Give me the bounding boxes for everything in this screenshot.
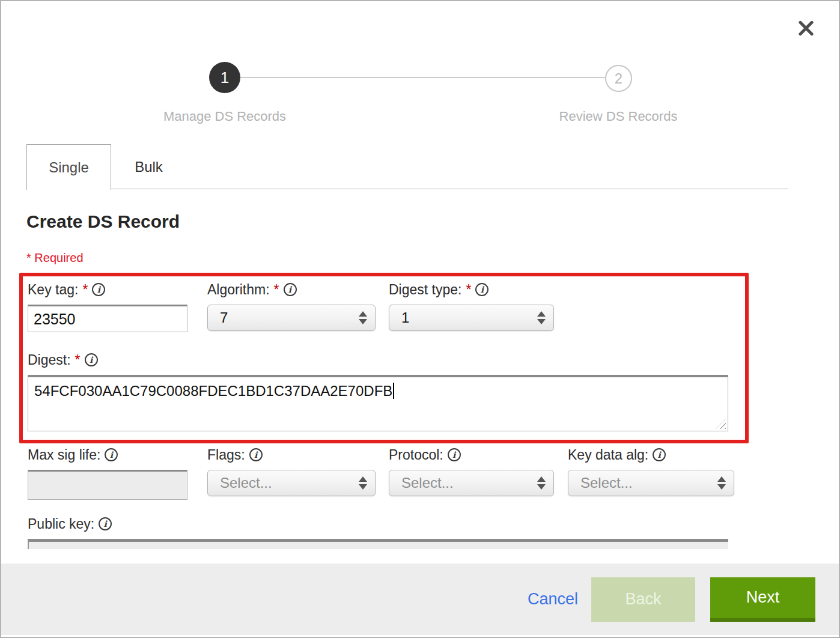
info-icon[interactable]: i bbox=[92, 283, 105, 296]
resize-handle-icon[interactable] bbox=[716, 419, 726, 429]
key-data-alg-label: Key data alg: bbox=[568, 447, 648, 463]
required-note: * Required bbox=[26, 251, 84, 265]
tab-single[interactable]: Single bbox=[26, 144, 111, 190]
digest-value: 54FCF030AA1C79C0088FDEC1BD1C37DAA2E70DFB bbox=[34, 383, 392, 399]
select-arrows-icon bbox=[537, 476, 546, 490]
step-number: 2 bbox=[615, 70, 622, 87]
key-tag-label: Key tag: bbox=[28, 282, 78, 298]
info-icon[interactable]: i bbox=[284, 283, 297, 296]
stepper-step-2: 2 bbox=[605, 65, 632, 92]
info-icon[interactable]: i bbox=[653, 448, 666, 461]
required-asterisk: * bbox=[75, 352, 81, 368]
tab-single-label: Single bbox=[49, 159, 89, 176]
digest-label: Digest: bbox=[28, 352, 71, 368]
flags-label: Flags: bbox=[207, 447, 245, 463]
info-icon[interactable]: i bbox=[475, 283, 488, 296]
field-digest: Digest: * i 54FCF030AA1C79C0088FDEC1BD1C… bbox=[28, 351, 728, 431]
tab-bulk[interactable]: Bulk bbox=[111, 145, 186, 189]
field-protocol: Protocol: i Select... bbox=[389, 446, 554, 496]
create-ds-record-dialog: 1 2 Manage DS Records Review DS Records … bbox=[0, 0, 840, 638]
protocol-label-row: Protocol: i bbox=[389, 446, 554, 464]
cancel-link[interactable]: Cancel bbox=[528, 590, 578, 609]
back-button[interactable]: Back bbox=[591, 577, 695, 622]
digest-type-select-value: 1 bbox=[401, 309, 409, 326]
flags-select-value: Select... bbox=[220, 475, 272, 491]
algorithm-select[interactable]: 7 bbox=[207, 305, 376, 331]
max-sig-life-label: Max sig life: bbox=[28, 447, 100, 463]
digest-textarea[interactable]: 54FCF030AA1C79C0088FDEC1BD1C37DAA2E70DFB bbox=[28, 375, 728, 431]
next-button[interactable]: Next bbox=[710, 577, 815, 622]
select-arrows-icon bbox=[537, 311, 546, 324]
info-icon[interactable]: i bbox=[105, 448, 118, 461]
page-title: Create DS Record bbox=[26, 211, 180, 232]
key-tag-input[interactable] bbox=[28, 305, 187, 332]
digest-label-row: Digest: * i bbox=[28, 351, 728, 369]
field-flags: Flags: i Select... bbox=[207, 446, 376, 496]
field-key-tag: Key tag: * i bbox=[28, 281, 187, 332]
select-arrows-icon bbox=[359, 311, 367, 324]
tab-bulk-label: Bulk bbox=[135, 159, 163, 175]
public-key-textarea[interactable] bbox=[28, 539, 728, 549]
flags-label-row: Flags: i bbox=[207, 446, 376, 464]
protocol-select[interactable]: Select... bbox=[389, 470, 554, 496]
algorithm-label: Algorithm: bbox=[207, 282, 270, 298]
public-key-label-row: Public key: i bbox=[28, 515, 728, 533]
protocol-select-value: Select... bbox=[401, 475, 454, 491]
step-number: 1 bbox=[221, 68, 229, 87]
stepper-step-1: 1 bbox=[209, 62, 240, 93]
select-arrows-icon bbox=[717, 476, 726, 490]
algorithm-label-row: Algorithm: * i bbox=[207, 281, 376, 299]
field-digest-type: Digest type: * i 1 bbox=[389, 281, 554, 331]
required-asterisk: * bbox=[82, 282, 88, 298]
digest-type-label: Digest type: bbox=[389, 282, 461, 298]
algorithm-select-value: 7 bbox=[220, 309, 228, 326]
max-sig-life-input[interactable] bbox=[28, 470, 187, 500]
info-icon[interactable]: i bbox=[85, 353, 98, 366]
field-public-key: Public key: i bbox=[28, 515, 728, 549]
field-algorithm: Algorithm: * i 7 bbox=[207, 281, 376, 331]
field-max-sig-life: Max sig life: i bbox=[28, 446, 187, 500]
text-cursor bbox=[393, 383, 394, 399]
select-arrows-icon bbox=[359, 476, 367, 490]
digest-type-label-row: Digest type: * i bbox=[389, 281, 554, 299]
info-icon[interactable]: i bbox=[448, 448, 461, 461]
key-data-alg-select-value: Select... bbox=[580, 475, 633, 491]
stepper-connector-line bbox=[240, 77, 605, 78]
stepper-label-review: Review DS Records bbox=[559, 109, 678, 124]
required-asterisk: * bbox=[466, 282, 471, 298]
info-icon[interactable]: i bbox=[249, 448, 263, 461]
digest-type-select[interactable]: 1 bbox=[389, 305, 554, 331]
info-icon[interactable]: i bbox=[99, 517, 112, 530]
max-sig-life-label-row: Max sig life: i bbox=[28, 446, 187, 464]
stepper-label-manage: Manage DS Records bbox=[163, 109, 286, 124]
protocol-label: Protocol: bbox=[389, 447, 443, 463]
tab-bar-divider bbox=[26, 189, 788, 189]
key-tag-label-row: Key tag: * i bbox=[28, 281, 187, 299]
required-asterisk: * bbox=[274, 282, 279, 298]
key-data-alg-label-row: Key data alg: i bbox=[568, 446, 734, 464]
dialog-footer: Cancel Back Next bbox=[1, 564, 839, 635]
flags-select[interactable]: Select... bbox=[207, 470, 376, 496]
close-icon[interactable] bbox=[796, 18, 816, 38]
field-key-data-alg: Key data alg: i Select... bbox=[568, 446, 734, 496]
key-data-alg-select[interactable]: Select... bbox=[568, 470, 734, 496]
public-key-label: Public key: bbox=[28, 516, 94, 532]
